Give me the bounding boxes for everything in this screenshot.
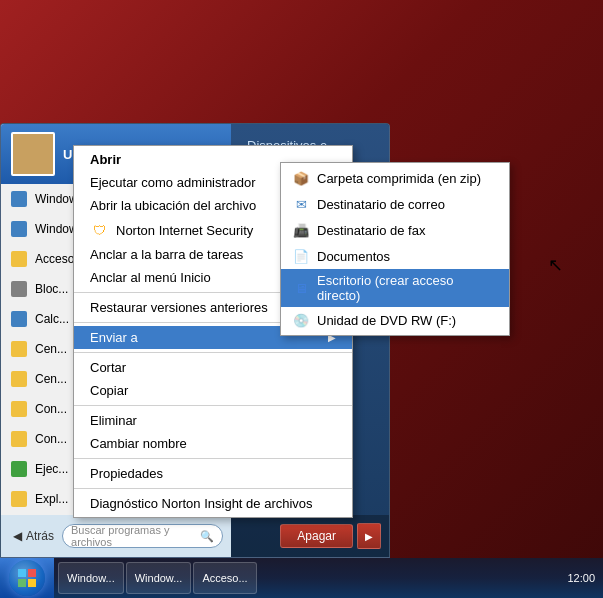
ctx-item-copiar[interactable]: Copiar	[74, 379, 352, 402]
sub-label-dvd: Unidad de DVD RW (F:)	[317, 313, 456, 328]
explorer-icon	[9, 489, 29, 509]
desktop: Usuario Windows... Windows... Accesorios	[0, 0, 603, 598]
folder-icon5	[9, 429, 29, 449]
ctx-sep-5	[74, 458, 352, 459]
mouse-cursor: ↖	[548, 254, 563, 276]
taskbar-item-2-label: Window...	[135, 572, 183, 584]
sub-label-correo: Destinatario de correo	[317, 197, 445, 212]
sub-label-zip: Carpeta comprimida (en zip)	[317, 171, 481, 186]
svg-rect-1	[28, 569, 36, 577]
svg-rect-2	[18, 579, 26, 587]
start-menu-bottom: ◀ Atrás Buscar programas y archivos 🔍	[1, 515, 231, 557]
taskbar-item-3-label: Acceso...	[202, 572, 247, 584]
ctx-item-propiedades[interactable]: Propiedades	[74, 462, 352, 485]
folder-icon4	[9, 399, 29, 419]
desktop-icon: 🖥	[291, 279, 311, 297]
search-icon: 🔍	[200, 530, 214, 543]
taskbar-item-1[interactable]: Window...	[58, 562, 124, 594]
ctx-sep-6	[74, 488, 352, 489]
taskbar-item-2[interactable]: Window...	[126, 562, 192, 594]
taskbar-item-3[interactable]: Acceso...	[193, 562, 256, 594]
mail-icon: ✉	[291, 195, 311, 213]
fax-icon: 📠	[291, 221, 311, 239]
ctx-item-diagnostico[interactable]: Diagnóstico Norton Insight de archivos	[74, 492, 352, 515]
run-icon	[9, 459, 29, 479]
windows-icon	[9, 189, 29, 209]
back-button[interactable]: ◀ Atrás	[9, 527, 58, 545]
start-button[interactable]	[0, 558, 54, 598]
ctx-label-propiedades: Propiedades	[90, 466, 336, 481]
folder-icon2	[9, 339, 29, 359]
back-arrow-icon: ◀	[13, 529, 22, 543]
start-orb	[9, 560, 45, 596]
ctx-label-diagnostico: Diagnóstico Norton Insight de archivos	[90, 496, 336, 511]
sub-label-documentos: Documentos	[317, 249, 390, 264]
sub-item-documentos[interactable]: 📄 Documentos	[281, 243, 509, 269]
taskbar-items: Window... Window... Acceso...	[54, 562, 559, 594]
sub-item-fax[interactable]: 📠 Destinatario de fax	[281, 217, 509, 243]
ctx-item-cortar[interactable]: Cortar	[74, 356, 352, 379]
windows-icon2	[9, 219, 29, 239]
ctx-label-eliminar: Eliminar	[90, 413, 336, 428]
clock: 12:00	[567, 572, 595, 584]
folder-icon3	[9, 369, 29, 389]
norton-icon: 🛡	[90, 221, 108, 239]
shutdown-button[interactable]: Apagar	[280, 524, 353, 548]
ctx-sep-4	[74, 405, 352, 406]
windows-logo-icon	[17, 568, 37, 588]
ctx-item-eliminar[interactable]: Eliminar	[74, 409, 352, 432]
sub-label-escritorio: Escritorio (crear acceso directo)	[317, 273, 499, 303]
calc-icon	[9, 309, 29, 329]
ctx-label-cambiar-nombre: Cambiar nombre	[90, 436, 336, 451]
sub-item-correo[interactable]: ✉ Destinatario de correo	[281, 191, 509, 217]
ctx-item-cambiar-nombre[interactable]: Cambiar nombre	[74, 432, 352, 455]
zip-icon: 📦	[291, 169, 311, 187]
ctx-sep-3	[74, 352, 352, 353]
taskbar-right: 12:00	[559, 572, 603, 584]
sub-item-escritorio[interactable]: 🖥 Escritorio (crear acceso directo)	[281, 269, 509, 307]
ctx-label-cortar: Cortar	[90, 360, 336, 375]
sub-item-zip[interactable]: 📦 Carpeta comprimida (en zip)	[281, 165, 509, 191]
sub-item-dvd[interactable]: 💿 Unidad de DVD RW (F:)	[281, 307, 509, 333]
svg-rect-3	[28, 579, 36, 587]
start-menu-right-bottom: Apagar ▶	[231, 515, 389, 557]
ctx-label-copiar: Copiar	[90, 383, 336, 398]
documents-icon: 📄	[291, 247, 311, 265]
taskbar-item-1-label: Window...	[67, 572, 115, 584]
sub-label-fax: Destinatario de fax	[317, 223, 425, 238]
user-avatar	[11, 132, 55, 176]
folder-icon	[9, 249, 29, 269]
search-box[interactable]: Buscar programas y archivos 🔍	[62, 524, 223, 548]
notepad-icon	[9, 279, 29, 299]
dvd-icon: 💿	[291, 311, 311, 329]
svg-rect-0	[18, 569, 26, 577]
search-placeholder: Buscar programas y archivos	[71, 524, 196, 548]
taskbar: Window... Window... Acceso... 12:00	[0, 558, 603, 598]
shutdown-arrow-button[interactable]: ▶	[357, 523, 381, 549]
submenu-enviar-a: 📦 Carpeta comprimida (en zip) ✉ Destinat…	[280, 162, 510, 336]
